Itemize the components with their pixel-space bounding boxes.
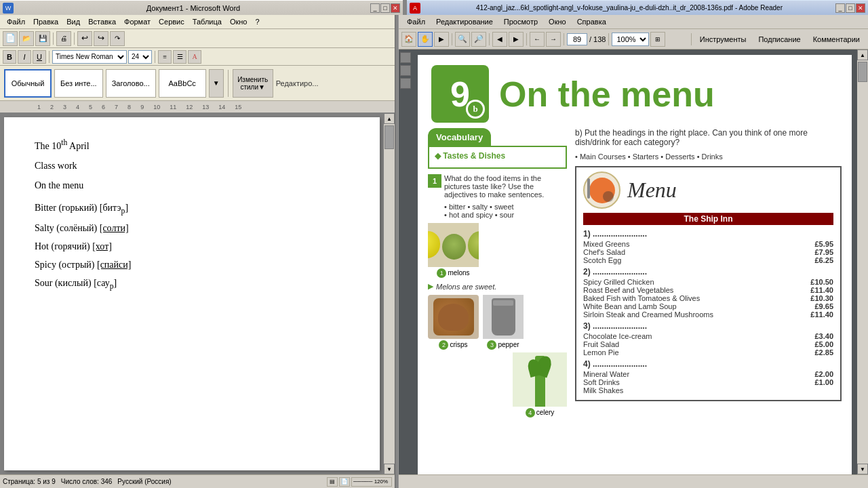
- adobe-status-bar: [399, 474, 868, 488]
- adobe-scrollbar[interactable]: ▲ ▼: [857, 49, 868, 474]
- scroll-thumb[interactable]: [384, 125, 394, 149]
- adobe-minimize-btn[interactable]: _: [835, 3, 845, 13]
- menu-row-scotch: Scotch Egg£6.25: [583, 256, 833, 264]
- word-minimize-btn[interactable]: _: [370, 3, 380, 13]
- adobe-hand-btn[interactable]: ✋: [418, 32, 433, 47]
- word-menu-edit[interactable]: Правка: [29, 16, 62, 27]
- images-row1: 1melons: [428, 223, 567, 278]
- zoom-select[interactable]: 100%: [612, 33, 649, 46]
- menu-row-choc: Chocolate Ice-cream£3.40: [583, 332, 833, 340]
- melon-item: 1melons: [428, 223, 479, 278]
- panel-btn-2[interactable]: [400, 65, 411, 76]
- word-menu-window[interactable]: Окно: [226, 16, 252, 27]
- pdf-header: 9 b On the menu: [418, 55, 852, 128]
- adobe-restore-btn[interactable]: □: [846, 3, 855, 13]
- new-doc-btn[interactable]: 📄: [3, 31, 18, 46]
- undo-btn[interactable]: ↩: [77, 31, 92, 46]
- style-edit-btn[interactable]: Изменитьстили▼: [233, 69, 273, 98]
- word-menu-insert[interactable]: Вставка: [84, 16, 120, 27]
- word-toolbar-redo2[interactable]: ↷: [110, 31, 125, 46]
- adobe-scroll-down[interactable]: ▼: [857, 464, 868, 474]
- adobe-title-bar: A 412-angl_jaz...6kl_spotlight-angl_v-fo…: [407, 0, 868, 15]
- align-left-btn[interactable]: ≡: [158, 50, 172, 64]
- comments-btn[interactable]: Комментарии: [808, 34, 865, 45]
- adobe-prev-btn[interactable]: ◀: [492, 32, 507, 47]
- print-btn[interactable]: 🖨: [56, 31, 71, 46]
- word-title-text: Документ1 - Microsoft Word: [16, 4, 370, 12]
- adobe-select-btn[interactable]: ▶: [434, 32, 449, 47]
- style-aabbcc[interactable]: AaBbCc: [159, 69, 206, 98]
- underline-btn[interactable]: U: [33, 50, 46, 64]
- adobe-zoom-fit-btn[interactable]: ⊞: [650, 32, 665, 47]
- ship-inn-banner: The Ship Inn: [583, 213, 833, 225]
- zoom-slider[interactable]: ───── 120%: [351, 477, 392, 487]
- adobe-window: Файл Редактирование Просмотр Окно Справк…: [399, 15, 868, 488]
- word-menu-format[interactable]: Формат: [120, 16, 155, 27]
- scroll-down-btn[interactable]: ▼: [384, 464, 395, 474]
- adobe-menu-bar: Файл Редактирование Просмотр Окно Справк…: [399, 15, 868, 29]
- word-menu-file[interactable]: Файл: [3, 16, 29, 27]
- save-btn[interactable]: 💾: [35, 31, 50, 46]
- panel-btn-1[interactable]: [400, 52, 411, 63]
- page-total: /: [589, 35, 591, 43]
- redo-btn[interactable]: ↪: [94, 31, 108, 46]
- font-size-select[interactable]: 24: [128, 50, 152, 64]
- categories-list: • Main Courses • Starters • Desserts • D…: [575, 152, 842, 161]
- pdf-body: Vocabulary ◆ Tastes & Dishes 1 What do t…: [418, 128, 852, 418]
- right-instruction: b) Put the headings in the right place. …: [575, 128, 842, 147]
- italic-btn[interactable]: I: [18, 50, 31, 64]
- word-scrollbar[interactable]: ▲ ▼: [384, 113, 395, 474]
- adobe-close-btn[interactable]: ✕: [856, 3, 865, 13]
- adobe-menu-help[interactable]: Справка: [572, 16, 612, 27]
- word-restore-btn[interactable]: □: [380, 3, 390, 13]
- style-no-int[interactable]: Без инте...: [54, 69, 103, 98]
- word-menu-view[interactable]: Вид: [62, 16, 84, 27]
- adobe-fwd-btn[interactable]: →: [546, 32, 561, 47]
- word-menu-tools[interactable]: Сервис: [155, 16, 189, 27]
- scroll-up-btn[interactable]: ▲: [384, 113, 395, 124]
- style-change-btn[interactable]: ▼: [209, 69, 224, 98]
- open-btn[interactable]: 📂: [19, 31, 34, 46]
- images-row2: 2crisps 3pepper: [428, 295, 567, 350]
- adobe-back-btn[interactable]: ←: [530, 32, 545, 47]
- adobe-zoom-out-btn[interactable]: 🔍: [455, 32, 470, 47]
- tools-btn[interactable]: Инструменты: [694, 34, 752, 45]
- adobe-page-wrapper[interactable]: 9 b On the menu: [412, 49, 857, 474]
- page-input[interactable]: [567, 33, 587, 45]
- adobe-home-btn[interactable]: 🏠: [401, 32, 416, 47]
- adobe-content: 9 b On the menu: [399, 49, 868, 474]
- word-menu-table[interactable]: Таблица: [189, 16, 226, 27]
- menu-section-3: 3) ........................ Chocolate Ic…: [583, 321, 833, 357]
- view-print-btn[interactable]: 📄: [339, 477, 350, 487]
- style-normal[interactable]: Обычный: [4, 69, 52, 98]
- font-color-btn[interactable]: A: [188, 50, 201, 64]
- word-menu-help[interactable]: ?: [251, 16, 263, 27]
- adobe-menu-edit[interactable]: Редактирование: [431, 16, 498, 27]
- status-lang: Русский (Россия): [117, 478, 171, 485]
- word-style-bar: Обычный Без инте... Заголово... AaBbCc ▼…: [0, 66, 395, 101]
- doc-topic: On the menu: [35, 178, 356, 193]
- font-select[interactable]: Times New Roman: [52, 50, 127, 64]
- adobe-zoom-in-btn[interactable]: 🔎: [471, 32, 486, 47]
- adobe-scroll-thumb[interactable]: [858, 62, 867, 82]
- status-words: Число слов: 346: [61, 478, 113, 485]
- panel-btn-3[interactable]: [400, 78, 411, 89]
- task1-text: What do the food items in the pictures t…: [444, 174, 567, 199]
- adobe-menu-file[interactable]: Файл: [401, 16, 431, 27]
- adobe-menu-view[interactable]: Просмотр: [498, 16, 543, 27]
- menu-row-mineral: Mineral Water£2.00: [583, 370, 833, 378]
- adobe-scroll-up[interactable]: ▲: [857, 49, 868, 60]
- view-normal-btn[interactable]: ▤: [327, 477, 338, 487]
- menu-header: Menu: [583, 171, 833, 209]
- adobe-menu-window[interactable]: Окно: [543, 16, 572, 27]
- menu-row-fruit: Fruit Salad£5.00: [583, 340, 833, 348]
- word-close-btn[interactable]: ✕: [391, 3, 400, 13]
- word-page-area[interactable]: The 10th April Class work On the menu Bi…: [0, 113, 384, 474]
- menu-row-baked: Baked Fish with Tomatoes & Olives£10.30: [583, 294, 833, 302]
- bold-btn[interactable]: B: [3, 50, 16, 64]
- sign-btn[interactable]: Подписание: [753, 34, 806, 45]
- adobe-next-btn[interactable]: ▶: [509, 32, 524, 47]
- align-center-btn[interactable]: ☰: [173, 50, 186, 64]
- example-arrow: ▶ Melons are sweet.: [428, 282, 567, 291]
- style-heading[interactable]: Заголово...: [106, 69, 156, 98]
